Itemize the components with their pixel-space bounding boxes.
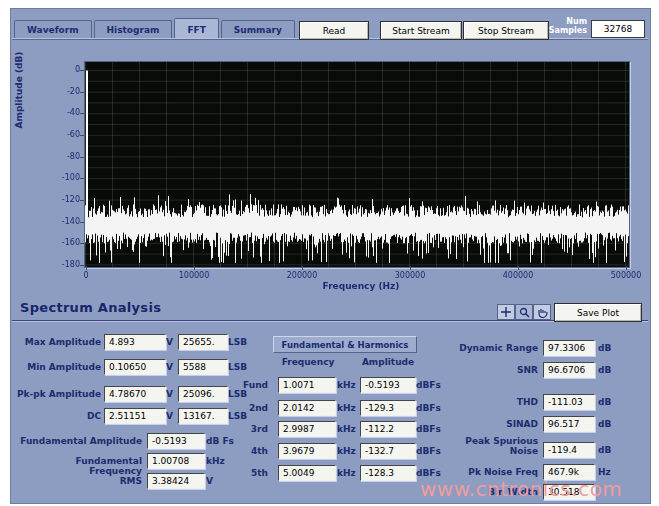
- y-tick-label: -160: [48, 238, 80, 247]
- row-label: 4th: [238, 446, 268, 456]
- unit-label: dB: [598, 419, 611, 429]
- x-tick-mark: [86, 266, 87, 270]
- read-button[interactable]: Read: [299, 21, 369, 40]
- unit-label: dB: [598, 397, 611, 407]
- x-tick-label: 300000: [378, 271, 442, 280]
- value-box: 0.10650: [104, 359, 166, 375]
- y-tick-label: -20: [48, 87, 80, 96]
- stop-stream-button[interactable]: Stop Stream: [463, 21, 549, 40]
- value-box: -132.7: [360, 443, 416, 459]
- value-box: 2.0142: [278, 400, 336, 416]
- value-box: 5588: [178, 359, 228, 375]
- unit-label: V: [166, 337, 173, 347]
- value-box: 4.893: [104, 334, 166, 350]
- value-box: 25655.: [178, 334, 228, 350]
- num-samples-input[interactable]: 32768: [591, 20, 645, 38]
- fft-plot-canvas[interactable]: [85, 62, 629, 267]
- unit-label: dBFs: [416, 380, 441, 390]
- spectrum-analysis-title: Spectrum Analysis: [20, 300, 161, 315]
- unit-label: dBFs: [416, 446, 441, 456]
- y-tick-label: -60: [48, 130, 80, 139]
- unit-label: V: [206, 476, 213, 486]
- unit-label: dB: [598, 365, 611, 375]
- y-tick-mark: [80, 243, 84, 244]
- y-tick-mark: [80, 135, 84, 136]
- x-tick-label: 0: [54, 271, 118, 280]
- frequency-column-header: Frequency: [278, 357, 338, 367]
- pan-tool-icon[interactable]: [533, 304, 551, 320]
- field-label: Peak Spurious Noise: [454, 436, 538, 456]
- unit-label: V: [166, 389, 173, 399]
- unit-label: V: [166, 411, 173, 421]
- value-box: 96.517: [543, 416, 595, 432]
- unit-label: LSB: [228, 362, 247, 372]
- unit-label: LSB: [228, 389, 247, 399]
- section-divider: [12, 320, 648, 322]
- unit-label: LSB: [228, 337, 247, 347]
- fft-plot[interactable]: [84, 61, 630, 268]
- field-label: THD: [440, 397, 538, 407]
- tab-fft[interactable]: FFT: [174, 18, 218, 38]
- amplitude-column-header: Amplitude: [358, 357, 418, 367]
- y-tick-mark: [80, 157, 84, 158]
- x-tick-label: 400000: [486, 271, 550, 280]
- y-tick-label: -80: [48, 152, 80, 161]
- y-tick-label: 0: [48, 65, 80, 74]
- y-tick-mark: [80, 92, 84, 93]
- y-tick-label: -120: [48, 195, 80, 204]
- unit-label: kHz: [337, 468, 356, 478]
- row-label: 2nd: [238, 403, 268, 413]
- field-label: Min Amplitude: [16, 362, 101, 372]
- field-label: Max Amplitude: [16, 337, 101, 347]
- row-label: 3rd: [238, 424, 268, 434]
- y-tick-mark: [80, 113, 84, 114]
- value-box: 3.38424: [147, 473, 205, 489]
- row-label: 5th: [238, 468, 268, 478]
- value-box: 2.9987: [278, 421, 336, 437]
- y-tick-label: -40: [48, 108, 80, 117]
- crosshair-tool-icon[interactable]: [497, 304, 515, 320]
- app-window: Waveform Histogram FFT Summary Read Star…: [0, 0, 659, 506]
- num-samples-label: Num Samples: [547, 17, 587, 35]
- tab-histogram[interactable]: Histogram: [94, 20, 173, 38]
- save-plot-button[interactable]: Save Plot: [554, 303, 642, 322]
- start-stream-button[interactable]: Start Stream: [380, 21, 462, 40]
- value-box: -0.5193: [147, 433, 205, 449]
- y-tick-mark: [80, 265, 84, 266]
- unit-label: Hz: [598, 467, 611, 477]
- field-label: DC: [16, 411, 101, 421]
- field-label: SNR: [440, 365, 538, 375]
- field-label: Dynamic Range: [440, 343, 538, 353]
- value-box: -129.3: [360, 400, 416, 416]
- tab-summary[interactable]: Summary: [221, 20, 295, 38]
- unit-label: dBFs: [416, 424, 441, 434]
- unit-label: V: [166, 362, 173, 372]
- value-box: 1.0071: [278, 377, 336, 393]
- y-tick-mark: [80, 222, 84, 223]
- field-label: Pk Noise Freq: [440, 467, 538, 477]
- unit-label: kHz: [337, 380, 356, 390]
- field-label: Pk-pk Amplitude: [16, 389, 101, 399]
- unit-label: dB: [598, 343, 611, 353]
- value-box: -112.2: [360, 421, 416, 437]
- tab-waveform[interactable]: Waveform: [14, 20, 92, 38]
- y-tick-label: -100: [48, 173, 80, 182]
- x-tick-label: 100000: [162, 271, 226, 280]
- unit-label: dB: [598, 445, 611, 455]
- zoom-tool-icon[interactable]: [515, 304, 533, 320]
- row-label: Fund: [238, 380, 268, 390]
- value-box: 13167.: [178, 408, 228, 424]
- unit-label: dB Fs: [206, 436, 234, 446]
- x-tick-mark: [626, 266, 627, 270]
- tab-bar: Waveform Histogram FFT Summary: [14, 14, 297, 38]
- x-tick-label: 200000: [270, 271, 334, 280]
- y-tick-label: -180: [48, 260, 80, 269]
- field-label: Fundamental Amplitude: [20, 436, 142, 446]
- y-tick-mark: [80, 200, 84, 201]
- value-box: 3.9679: [278, 443, 336, 459]
- y-tick-label: -140: [48, 217, 80, 226]
- y-axis-label: Amplitude (dB): [14, 30, 24, 150]
- watermark: www.cntronics.com: [420, 477, 622, 501]
- value-box: 96.6706: [543, 362, 595, 378]
- unit-label: kHz: [337, 403, 356, 413]
